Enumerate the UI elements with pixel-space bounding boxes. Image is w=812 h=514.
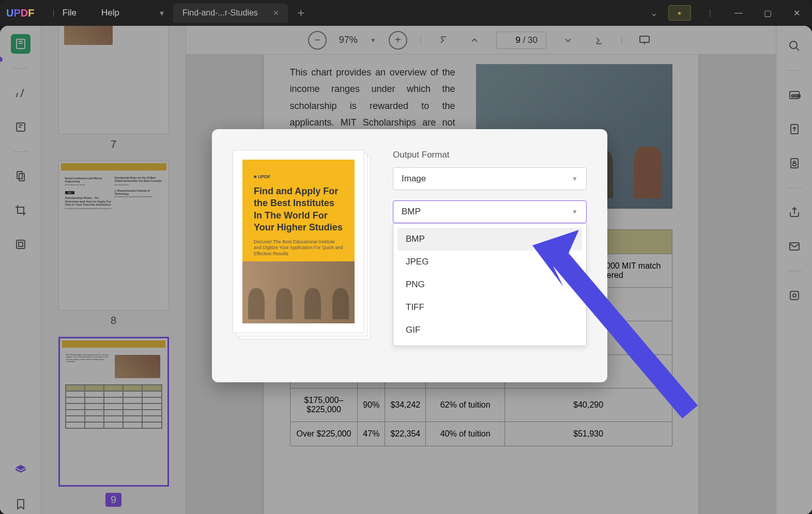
chevron-down-icon[interactable]: ⌄: [650, 7, 658, 19]
maximize-button[interactable]: ▢: [758, 4, 777, 22]
add-tab-icon[interactable]: +: [297, 6, 304, 20]
subformat-select[interactable]: BMP ▼: [393, 200, 587, 223]
output-format-label: Output Format: [393, 150, 587, 160]
option-jpeg[interactable]: JPEG: [397, 251, 582, 273]
app-logo: UPDF: [6, 7, 34, 19]
premium-badge[interactable]: ★: [668, 5, 691, 21]
document-tab[interactable]: Find-and-...r-Studies ×: [173, 4, 288, 23]
option-gif[interactable]: GIF: [397, 319, 582, 341]
minimize-button[interactable]: —: [729, 4, 748, 22]
help-menu[interactable]: Help: [101, 8, 119, 18]
file-menu[interactable]: File: [63, 8, 76, 18]
close-tab-icon[interactable]: ×: [273, 8, 279, 19]
close-window-button[interactable]: ✕: [787, 4, 806, 22]
dialog-preview: ■ UPDF Find and Apply For the Best Insti…: [233, 150, 372, 341]
option-bmp[interactable]: BMP: [397, 228, 582, 251]
chevron-down-icon: ▼: [572, 175, 578, 182]
subformat-dropdown: BMP JPEG PNG TIFF GIF: [393, 223, 587, 346]
option-tiff[interactable]: TIFF: [397, 296, 582, 319]
tab-dropdown-icon[interactable]: ▾: [155, 6, 169, 20]
format-select[interactable]: Image ▼: [393, 167, 587, 190]
chevron-down-icon: ▼: [572, 208, 578, 215]
option-png[interactable]: PNG: [397, 273, 582, 296]
tab-title: Find-and-...r-Studies: [182, 8, 258, 18]
dialog-form: Output Format Image ▼ BMP ▼ BMP JPEG PNG…: [393, 150, 587, 362]
titlebar: UPDF | File Help ▾ Find-and-...r-Studies…: [0, 0, 812, 26]
export-dialog: ■ UPDF Find and Apply For the Best Insti…: [212, 129, 607, 382]
